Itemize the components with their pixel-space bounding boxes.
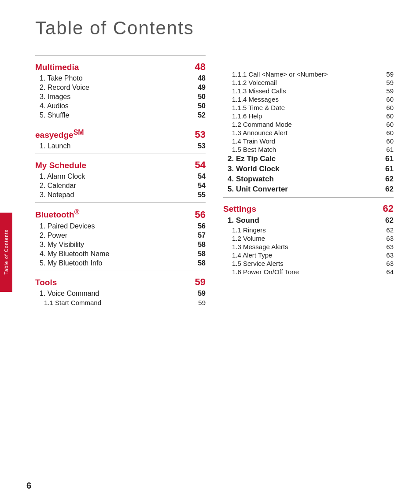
section-name: Bluetooth® <box>35 208 79 220</box>
item-label: 1.1.6 Help <box>232 112 262 120</box>
item-label: 1. Sound <box>228 216 259 225</box>
section-header: Multimedia48 <box>35 61 206 73</box>
toc-item: 2. Calendar54 <box>35 182 206 190</box>
toc-item: 1. Paired Devices56 <box>35 222 206 230</box>
item-page: 58 <box>192 250 206 258</box>
item-label: 2. Ez Tip Calc <box>228 155 276 163</box>
toc-item: 1.5 Best Match61 <box>223 146 394 153</box>
item-page: 54 <box>192 173 206 180</box>
toc-item: 2. Ez Tip Calc61 <box>223 155 394 163</box>
section-page: 48 <box>195 61 206 73</box>
toc-item: 1. Sound62 <box>223 216 394 225</box>
item-page: 53 <box>192 142 206 150</box>
toc-item: 1.6 Power On/Off Tone64 <box>223 268 394 276</box>
toc-item: 1. Voice Command59 <box>35 290 206 298</box>
item-page: 60 <box>380 104 394 111</box>
item-page: 64 <box>380 268 394 276</box>
toc-item: 1.2 Command Mode60 <box>223 121 394 128</box>
toc-item: 5. Shuffle52 <box>35 111 206 119</box>
toc-item: 3. World Clock61 <box>223 165 394 173</box>
item-page: 63 <box>380 243 394 250</box>
toc-item: 1. Launch53 <box>35 142 206 150</box>
item-page: 55 <box>192 191 206 199</box>
section-header: Bluetooth®56 <box>35 208 206 220</box>
item-page: 59 <box>380 70 394 78</box>
item-page: 61 <box>380 146 394 153</box>
right-column: 1.1.1 Call <Name> or <Number>591.1.2 Voi… <box>223 52 394 307</box>
toc-item: 1.1.5 Time & Date60 <box>223 104 394 111</box>
item-page: 48 <box>192 74 206 82</box>
toc-item: 1. Take Photo48 <box>35 74 206 82</box>
toc-item: 3. Images50 <box>35 93 206 101</box>
item-label: 4. My Bluetooth Name <box>40 250 109 258</box>
toc-item: 1.1.1 Call <Name> or <Number>59 <box>223 70 394 78</box>
section-page: 56 <box>195 209 206 221</box>
item-page: 49 <box>192 84 206 92</box>
section-name: My Schedule <box>35 161 86 170</box>
section-page: 53 <box>195 129 206 140</box>
sidebar-tab: Table of Contents <box>0 213 12 292</box>
item-label: 2. Calendar <box>40 182 76 190</box>
item-label: 1.4 Alert Type <box>232 251 272 259</box>
item-page: 63 <box>380 251 394 259</box>
item-page: 60 <box>380 137 394 145</box>
toc-item: 4. My Bluetooth Name58 <box>35 250 206 258</box>
item-page: 58 <box>192 241 206 249</box>
toc-item: 5. Unit Converter62 <box>223 185 394 194</box>
section-name: Multimedia <box>35 63 79 72</box>
item-page: 59 <box>192 290 206 298</box>
item-page: 59 <box>192 299 206 306</box>
item-page: 60 <box>380 96 394 103</box>
toc-item: 4. Stopwatch62 <box>223 175 394 184</box>
item-label: 3. My Visibility <box>40 241 84 249</box>
item-page: 59 <box>380 79 394 86</box>
section-header: My Schedule54 <box>35 159 206 171</box>
item-page: 50 <box>192 102 206 110</box>
item-label: 4. Stopwatch <box>228 175 274 184</box>
toc-item: 3. Notepad55 <box>35 191 206 199</box>
page-title: Table of Contents <box>35 18 394 39</box>
item-label: 1.1.2 Voicemail <box>232 79 277 86</box>
section-name: Settings <box>223 204 256 214</box>
item-page: 62 <box>380 185 394 194</box>
item-label: 1. Launch <box>40 142 70 150</box>
item-label: 3. Images <box>40 93 70 101</box>
page-number: 6 <box>26 481 31 491</box>
item-page: 54 <box>192 182 206 190</box>
toc-item: 1.3 Message Alerts63 <box>223 243 394 250</box>
section-header: Settings62 <box>223 203 394 214</box>
item-label: 1.1.4 Messages <box>232 96 279 103</box>
toc-item: 1.1.6 Help60 <box>223 112 394 120</box>
item-label: 1.4 Train Word <box>232 137 275 145</box>
item-label: 1.1.3 Missed Calls <box>232 87 286 95</box>
left-column: Multimedia481. Take Photo482. Record Voi… <box>35 52 206 307</box>
item-label: 1.1 Ringers <box>232 226 266 234</box>
item-label: 5. Shuffle <box>40 111 69 119</box>
toc-item: 4. Audios50 <box>35 102 206 110</box>
toc-item: 1.5 Service Alerts63 <box>223 260 394 267</box>
item-label: 1. Alarm Clock <box>40 173 85 180</box>
item-label: 3. World Clock <box>228 165 280 173</box>
toc-item: 2. Power57 <box>35 232 206 239</box>
item-label: 1.3 Message Alerts <box>232 243 288 250</box>
toc-item: 1.1 Start Command59 <box>35 299 206 306</box>
item-label: 2. Record Voice <box>40 84 89 92</box>
item-page: 61 <box>380 165 394 173</box>
toc-item: 5. My Bluetooth Info58 <box>35 259 206 267</box>
item-page: 50 <box>192 93 206 101</box>
item-page: 62 <box>380 226 394 234</box>
item-label: 1. Paired Devices <box>40 222 95 230</box>
item-label: 4. Audios <box>40 102 69 110</box>
item-page: 59 <box>380 87 394 95</box>
item-label: 3. Notepad <box>40 191 74 199</box>
toc-item: 1.4 Train Word60 <box>223 137 394 145</box>
item-page: 63 <box>380 235 394 242</box>
item-label: 1.3 Announce Alert <box>232 129 287 136</box>
item-label: 1.2 Command Mode <box>232 121 292 128</box>
toc-item: 1.3 Announce Alert60 <box>223 129 394 136</box>
section-name: easyedgeSM <box>35 129 84 140</box>
item-label: 5. Unit Converter <box>228 185 288 194</box>
section-header: easyedgeSM53 <box>35 129 206 140</box>
item-label: 5. My Bluetooth Info <box>40 259 102 267</box>
item-page: 62 <box>380 175 394 184</box>
